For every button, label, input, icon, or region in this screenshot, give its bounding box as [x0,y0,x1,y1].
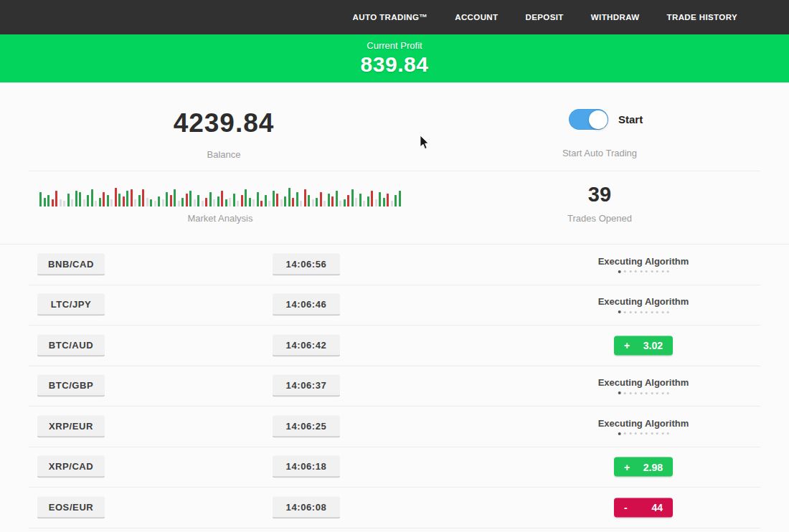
trade-status: +2.98 [614,457,673,477]
market-bar [181,198,184,206]
trades-opened-value: 39 [514,183,686,206]
progress-dot [661,432,663,434]
market-bar [328,194,330,206]
market-bar [304,189,306,206]
market-bar [394,195,397,206]
market-bar [344,199,346,206]
market-bar [209,192,212,206]
result-value: 2.98 [643,461,663,472]
executing-algorithm-label: Executing Algorithm [598,256,689,267]
executing-progress-dots [618,270,669,273]
market-bar [52,199,54,206]
market-bar [71,199,73,206]
trade-row: BTC/GBP14:06:37Executing Algorithm [29,366,760,407]
market-bar [60,199,62,206]
trade-status: -44 [614,498,673,517]
progress-dot [640,432,642,434]
market-bar [202,201,204,206]
loss-badge: -44 [614,498,673,517]
progress-dot [640,270,642,272]
market-bar [265,195,267,206]
nav-item-account[interactable]: ACCOUNT [455,13,498,22]
trade-time-chip: 14:06:42 [273,334,340,356]
trade-pair-chip[interactable]: BNB/CAD [37,253,105,275]
market-bar [387,194,389,206]
progress-dot [651,432,653,434]
trade-time-chip: 14:06:56 [273,253,340,275]
market-bar [194,199,196,206]
progress-dot [629,270,631,272]
market-bar [115,188,117,206]
market-bar [288,188,290,206]
trade-pair-chip[interactable]: XRP/CAD [37,456,105,478]
market-bar [110,199,113,206]
progress-dot [661,392,663,394]
nav-item-trade-history[interactable]: TRADE HISTORY [667,13,738,22]
market-bar [170,195,172,206]
market-bar [126,191,128,206]
market-bar [308,195,310,206]
trade-pair-chip[interactable]: LTC/JPY [37,294,105,316]
balance-label: Balance [95,149,353,160]
progress-dot [629,311,631,313]
nav-item-deposit[interactable]: DEPOSIT [526,13,564,22]
market-bar [379,192,381,206]
market-bar [174,189,176,206]
market-bar [320,192,322,206]
market-bar [91,189,93,206]
progress-dot [656,392,658,394]
market-bar [134,199,136,206]
progress-dot [624,311,626,313]
trades-list: BNB/CAD14:06:56Executing AlgorithmLTC/JP… [0,244,789,528]
progress-dot [618,270,620,273]
balance-value: 4239.84 [95,108,353,138]
market-bar [131,189,133,206]
market-bar [150,199,152,206]
executing-progress-dots [618,432,669,435]
market-bar [241,195,243,206]
progress-dot [624,432,626,434]
nav-item-withdraw[interactable]: WITHDRAW [591,13,640,22]
trade-time-chip: 14:06:08 [273,496,340,518]
progress-dot [651,392,653,394]
market-bar [336,191,338,206]
progress-dot [667,392,669,394]
profit-banner-label: Current Profit [367,40,422,51]
market-bar [158,196,160,206]
trade-pair-chip[interactable]: BTC/GBP [37,375,105,397]
trade-pair-chip[interactable]: EOS/EUR [37,496,105,518]
stats-section: 4239.84 Balance Start Start Auto Trading… [0,82,789,244]
result-value: 44 [651,502,663,513]
progress-dot [640,311,642,313]
market-bar [280,199,283,206]
progress-dot [640,392,642,394]
trade-pair-chip[interactable]: BTC/AUD [37,334,105,356]
trade-row: BNB/CAD14:06:56Executing Algorithm [29,244,760,285]
progress-dot [667,311,669,313]
toggle-state-label: Start [618,113,643,125]
progress-dot [624,392,626,394]
trade-status: Executing Algorithm [598,296,689,313]
result-value: 3.02 [643,340,663,351]
trade-status: Executing Algorithm [598,256,689,273]
market-bar [103,192,105,206]
progress-dot [651,270,653,272]
executing-algorithm-label: Executing Algorithm [598,377,689,388]
market-bar [55,191,57,206]
market-bar [391,201,393,206]
progress-dot [656,311,658,313]
trade-row: LTC/JPY14:06:46Executing Algorithm [29,285,760,326]
toggle-knob [589,110,608,129]
profit-banner-value: 839.84 [361,52,429,77]
market-bar [229,198,231,206]
progress-dot [635,432,637,434]
market-bar [162,199,164,206]
market-bar [237,201,239,206]
trade-row: EOS/EUR14:06:08-44 [29,488,760,528]
result-sign: + [624,340,630,351]
trade-pair-chip[interactable]: XRP/EUR [37,415,105,437]
nav-item-auto-trading[interactable]: AUTO TRADING™ [353,13,428,22]
market-analysis-chart [39,185,402,206]
auto-trading-toggle[interactable] [569,109,608,130]
executing-progress-dots [618,391,669,394]
